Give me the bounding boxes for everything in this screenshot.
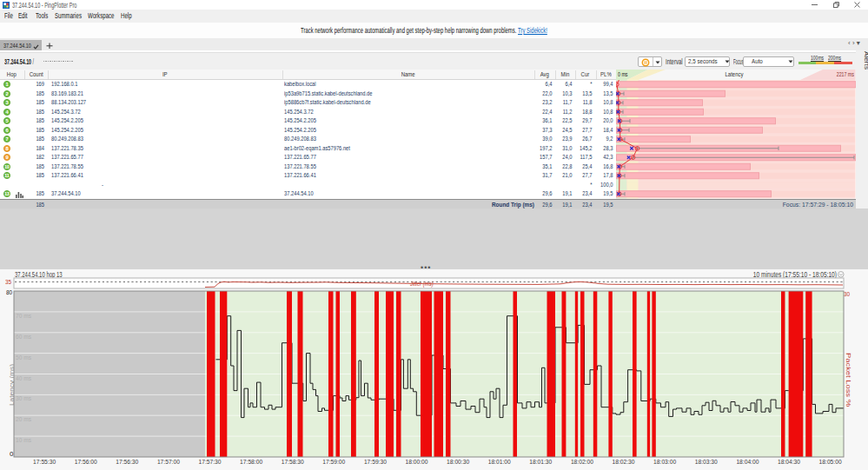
- svg-text:30 ms: 30 ms: [16, 394, 31, 402]
- svg-text:17:56:30: 17:56:30: [116, 458, 138, 466]
- svg-text:17:57:00: 17:57:00: [157, 458, 180, 466]
- svg-text:60 ms: 60 ms: [16, 333, 31, 341]
- svg-text:17:59:00: 17:59:00: [322, 458, 345, 466]
- svg-text:17:59:30: 17:59:30: [364, 458, 387, 466]
- svg-text:Alerts: Alerts: [863, 51, 868, 70]
- svg-text:18:03:00: 18:03:00: [653, 458, 676, 466]
- svg-text:50 ms: 50 ms: [16, 354, 31, 361]
- svg-text:18:04:30: 18:04:30: [778, 458, 800, 466]
- svg-text:18:00:30: 18:00:30: [447, 458, 469, 466]
- svg-text:18:01:00: 18:01:00: [488, 458, 511, 466]
- svg-text:20 ms: 20 ms: [16, 415, 31, 423]
- svg-text:18:01:30: 18:01:30: [529, 458, 552, 466]
- svg-text:2: 2: [5, 91, 8, 96]
- svg-text:40 ms: 40 ms: [16, 374, 31, 382]
- svg-text:70 ms: 70 ms: [16, 312, 31, 320]
- svg-text:18:03:30: 18:03:30: [695, 458, 718, 466]
- svg-text:11: 11: [4, 173, 10, 178]
- svg-text:17:55:30: 17:55:30: [33, 458, 56, 466]
- svg-text:17:58:30: 17:58:30: [282, 458, 304, 466]
- svg-text:18:02:30: 18:02:30: [613, 458, 635, 466]
- svg-text:10: 10: [4, 164, 10, 169]
- svg-text:18:00:00: 18:00:00: [406, 458, 428, 466]
- svg-text:13: 13: [4, 191, 10, 196]
- svg-text:10 ms: 10 ms: [16, 436, 31, 444]
- svg-text:7: 7: [5, 136, 8, 142]
- svg-text:17:57:30: 17:57:30: [199, 458, 222, 466]
- svg-text:18:05:00: 18:05:00: [819, 458, 842, 466]
- svg-text:17:56:00: 17:56:00: [75, 458, 97, 466]
- svg-text:18:04:00: 18:04:00: [736, 458, 759, 466]
- svg-text:18:02:00: 18:02:00: [571, 458, 593, 466]
- svg-text:17:58:00: 17:58:00: [240, 458, 262, 466]
